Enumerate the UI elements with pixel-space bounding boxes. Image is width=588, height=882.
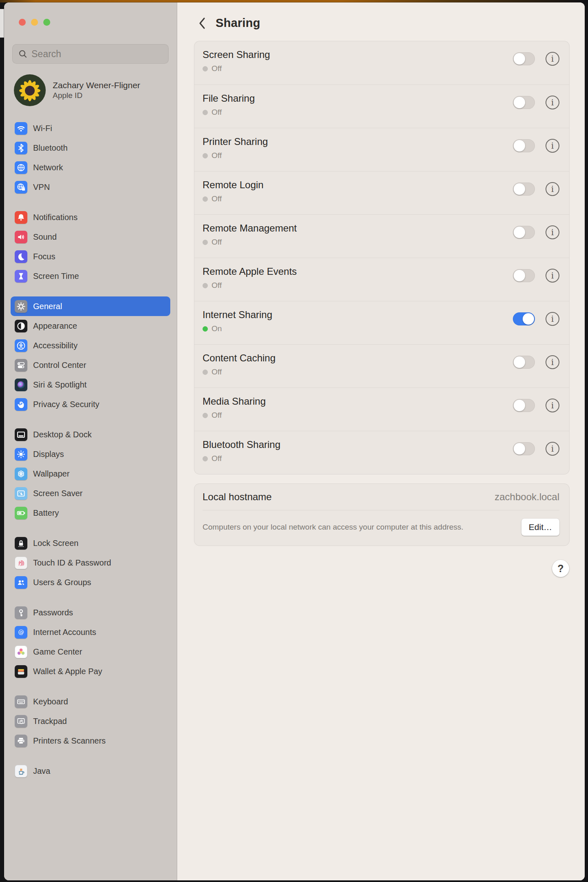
sidebar-item-focus[interactable]: Focus [11, 247, 170, 266]
status-label: Off [212, 64, 222, 73]
service-title: Bluetooth Sharing [203, 439, 513, 450]
sidebar-item-vpn[interactable]: VPN [11, 177, 170, 197]
sidebar-item-desktop-and-dock[interactable]: Desktop & Dock [11, 425, 170, 444]
sidebar-group: Desktop & DockDisplaysWallpaperScreen Sa… [11, 425, 170, 523]
sidebar-item-touch-id-and-password[interactable]: Touch ID & Password [11, 553, 170, 572]
info-button-internet-sharing[interactable]: i [546, 312, 559, 326]
appearance-icon [15, 320, 27, 332]
sidebar-item-wallet-and-apple-pay[interactable]: Wallet & Apple Pay [11, 662, 170, 681]
sidebar-item-siri-and-spotlight[interactable]: Siri & Spotlight [11, 375, 170, 394]
close-button[interactable] [19, 19, 26, 26]
settings-sidebar: Zachary Wener-Fligner Apple ID Wi-FiBlue… [4, 2, 177, 880]
sidebar-item-bluetooth[interactable]: Bluetooth [11, 138, 170, 158]
info-button-file-sharing[interactable]: i [546, 96, 559, 109]
status-label: Off [212, 151, 222, 160]
status-label: Off [212, 238, 222, 247]
service-row-screen-sharing: Screen SharingOffi [194, 41, 569, 85]
info-icon: i [551, 272, 554, 280]
toggle-screen-sharing[interactable] [513, 52, 535, 65]
toggle-remote-apple-events[interactable] [513, 269, 535, 282]
help-button[interactable]: ? [552, 560, 569, 577]
apple-id-profile[interactable]: Zachary Wener-Fligner Apple ID [14, 74, 169, 106]
info-button-screen-sharing[interactable]: i [546, 52, 559, 66]
toggle-internet-sharing[interactable] [513, 312, 535, 325]
info-icon: i [551, 358, 554, 366]
sidebar-item-sound[interactable]: Sound [11, 227, 170, 247]
edit-hostname-button[interactable]: Edit… [521, 519, 559, 536]
sidebar-item-label: Focus [33, 252, 55, 261]
minimize-button[interactable] [31, 19, 38, 26]
sidebar-item-printers-and-scanners[interactable]: Printers & Scanners [11, 731, 170, 751]
system-settings-window: Zachary Wener-Fligner Apple ID Wi-FiBlue… [4, 2, 585, 880]
sidebar-item-displays[interactable]: Displays [11, 444, 170, 464]
toggle-file-sharing[interactable] [513, 96, 535, 109]
zoom-button[interactable] [43, 19, 50, 26]
service-row-remote-login: Remote LoginOffi [194, 171, 569, 214]
sidebar-item-trackpad[interactable]: Trackpad [11, 711, 170, 731]
toggle-remote-login[interactable] [513, 183, 535, 196]
service-title: Remote Management [203, 223, 513, 234]
info-button-remote-login[interactable]: i [546, 182, 559, 196]
sidebar-item-network[interactable]: Network [11, 158, 170, 177]
sidebar-item-notifications[interactable]: Notifications [11, 207, 170, 227]
sidebar-item-game-center[interactable]: Game Center [11, 642, 170, 662]
dock-icon [15, 428, 27, 441]
search-input[interactable] [31, 49, 163, 60]
keyboard-icon [15, 695, 27, 708]
toggle-content-caching[interactable] [513, 356, 535, 369]
sidebar-group: Lock ScreenTouch ID & PasswordUsers & Gr… [11, 533, 170, 592]
info-button-bluetooth-sharing[interactable]: i [546, 442, 559, 456]
sidebar-item-wi-fi[interactable]: Wi-Fi [11, 118, 170, 138]
sidebar-item-accessibility[interactable]: Accessibility [11, 336, 170, 355]
sidebar-item-label: General [33, 302, 62, 311]
sidebar-item-wallpaper[interactable]: Wallpaper [11, 464, 170, 483]
sidebar-item-label: Sound [33, 232, 57, 242]
sidebar-item-appearance[interactable]: Appearance [11, 316, 170, 336]
info-icon: i [551, 315, 554, 323]
search-field[interactable] [12, 44, 169, 64]
sidebar-item-passwords[interactable]: Passwords [11, 603, 170, 622]
sidebar-item-internet-accounts[interactable]: @Internet Accounts [11, 622, 170, 642]
sidebar-item-lock-screen[interactable]: Lock Screen [11, 533, 170, 553]
toggle-bluetooth-sharing[interactable] [513, 442, 535, 455]
battery-icon [15, 507, 27, 519]
info-button-content-caching[interactable]: i [546, 355, 559, 369]
sidebar-item-screen-time[interactable]: Screen Time [11, 266, 170, 286]
sidebar-item-label: Game Center [33, 647, 82, 657]
status-label: Off [212, 194, 222, 203]
status-dot [203, 153, 208, 158]
info-icon: i [551, 185, 554, 193]
back-button[interactable] [198, 17, 207, 30]
info-icon: i [551, 445, 554, 453]
service-title: Screen Sharing [203, 49, 513, 60]
info-button-remote-apple-events[interactable]: i [546, 269, 559, 283]
toggle-printer-sharing[interactable] [513, 139, 535, 152]
toggle-remote-management[interactable] [513, 226, 535, 239]
vpn-icon [15, 181, 27, 194]
sidebar-item-label: VPN [33, 183, 50, 192]
speaker-icon [15, 231, 27, 243]
status-label: Off [212, 281, 222, 290]
service-row-media-sharing: Media SharingOffi [194, 388, 569, 431]
info-button-media-sharing[interactable]: i [546, 399, 559, 412]
sidebar-item-control-center[interactable]: Control Center [11, 355, 170, 375]
sidebar-item-label: Control Center [33, 361, 86, 370]
sidebar-item-general[interactable]: General [11, 296, 170, 316]
sidebar-item-keyboard[interactable]: Keyboard [11, 692, 170, 711]
sidebar-item-users-and-groups[interactable]: Users & Groups [11, 572, 170, 592]
sidebar-item-privacy-and-security[interactable]: Privacy & Security [11, 394, 170, 414]
flower-icon [15, 468, 27, 480]
sidebar-item-battery[interactable]: Battery [11, 503, 170, 523]
sidebar-item-label: Internet Accounts [33, 628, 96, 637]
sidebar-item-screen-saver[interactable]: Screen Saver [11, 483, 170, 503]
sidebar-item-java[interactable]: Java [11, 761, 170, 781]
status-label: Off [212, 368, 222, 376]
toggle-media-sharing[interactable] [513, 399, 535, 412]
status-label: On [212, 324, 222, 333]
sidebar-group: KeyboardTrackpadPrinters & Scanners [11, 692, 170, 751]
info-button-remote-management[interactable]: i [546, 225, 559, 239]
info-button-printer-sharing[interactable]: i [546, 139, 559, 153]
wallet-icon [15, 665, 27, 678]
bluetooth-icon [15, 142, 27, 154]
info-icon: i [551, 142, 554, 150]
